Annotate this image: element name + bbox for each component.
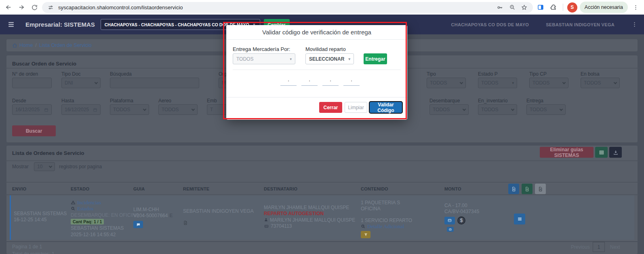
- filter-field-n-de-orden: N° de orden: [12, 71, 52, 88]
- n-de-orden-input[interactable]: [12, 78, 52, 88]
- action-needed-button[interactable]: Acción necesaria: [580, 2, 628, 13]
- incidencias-link[interactable]: Incidencias: [71, 199, 139, 206]
- monto-amount: CA - 17.00: [444, 202, 479, 209]
- entrega-select[interactable]: TODOS: [526, 104, 566, 115]
- monto-cell: CA - 17.00 CA/BV-0437345 $: [444, 202, 479, 232]
- modal-body-divider: [233, 70, 401, 70]
- code-input-1[interactable]: [280, 75, 297, 86]
- filter-field-desembarque: Desembarque TODOS: [429, 98, 469, 115]
- tipo-select[interactable]: TODOS: [427, 78, 466, 88]
- chevron-down-icon: [614, 80, 617, 84]
- plataforma-select[interactable]: TODOS: [110, 104, 149, 115]
- estado-p-select[interactable]: TODOS▾: [478, 78, 517, 88]
- desembarque-select[interactable]: TODOS: [429, 104, 469, 115]
- browser-menu-icon[interactable]: [630, 2, 641, 13]
- pagination-next[interactable]: Next: [610, 244, 620, 250]
- aereo-select[interactable]: TODOS: [158, 104, 198, 115]
- export-excel-plain-button[interactable]: X: [535, 184, 546, 194]
- toolbar-divider: [563, 4, 563, 11]
- side-panel-icon[interactable]: [535, 2, 546, 13]
- row-actions-button[interactable]: [514, 214, 525, 224]
- back-button[interactable]: [3, 2, 14, 13]
- id-card-icon: [264, 224, 269, 229]
- en-bolsa-select[interactable]: TODOS: [581, 78, 620, 88]
- forward-button[interactable]: [16, 2, 27, 13]
- remitente-cell: SEBASTIAN INDIGOYEN VEGA: [183, 208, 254, 226]
- breadcrumb-current[interactable]: Lista Orden de Servicio: [39, 42, 92, 48]
- payment-card-button[interactable]: [444, 217, 455, 224]
- entregar-button[interactable]: Entregar: [364, 53, 387, 64]
- guia-number: V204-50007664: [133, 213, 168, 218]
- cant-paq-badge: Cant Paq: 1 / 1: [71, 219, 104, 224]
- tipo-doc-select[interactable]: DNI: [61, 78, 101, 88]
- table-header-border: [6, 195, 638, 195]
- url-bar[interactable]: syscapacitacion.shalomcontrol.com/listao…: [42, 2, 533, 13]
- profile-avatar[interactable]: S: [567, 2, 577, 13]
- col-destinatario: DESTINATARIO: [264, 186, 297, 191]
- busqueda-input[interactable]: [110, 78, 199, 88]
- buscar-button[interactable]: Buscar: [12, 125, 56, 136]
- filter-field-entrega: Entrega TODOS: [526, 98, 566, 115]
- calendar-icon: [44, 108, 48, 112]
- filter-field-desde: Desde 16/12/2025: [12, 98, 52, 115]
- col-contenido: CONTENIDO: [361, 186, 388, 191]
- export-excel-green-button[interactable]: X: [522, 184, 532, 194]
- filter-field-tipo-doc: Tipo Doc DNI: [61, 71, 101, 88]
- search-icon: [361, 224, 366, 229]
- validation-modal: Validar código de verificación de entreg…: [226, 25, 407, 120]
- page-info: Pagina 1 de 1: [12, 244, 42, 250]
- cerrar-button[interactable]: Cerrar: [319, 102, 342, 113]
- col-guia: GUIA: [133, 186, 145, 191]
- code-input-2[interactable]: [301, 75, 318, 86]
- browser-toolbar: syscapacitacion.shalomcontrol.com/listao…: [0, 0, 644, 15]
- document-icon[interactable]: [183, 220, 254, 226]
- chevron-down-icon: [460, 80, 463, 84]
- tipo-cp-select[interactable]: TODOS: [529, 78, 568, 88]
- limpiar-button[interactable]: Limpiar: [345, 102, 367, 113]
- dropdown-arrow-icon: ▾: [290, 57, 292, 61]
- zoom-icon[interactable]: [508, 3, 517, 12]
- dropdown-arrow-icon: ▾: [348, 57, 350, 61]
- navbar-menu-icon[interactable]: [631, 21, 638, 28]
- envio-name: SEBASTIAN SISTEMAS: [14, 210, 67, 217]
- excel-file-icon: X: [511, 186, 516, 192]
- breadcrumb-home-link[interactable]: Home: [19, 42, 33, 48]
- entrega-por-label: Entrega Mercadería Por:: [233, 46, 290, 52]
- desde-date-input[interactable]: 16/12/2025: [12, 104, 52, 115]
- bookmark-star-icon[interactable]: [520, 3, 529, 12]
- destinatario-cell: MARILYN JHAMILE MALLQUI QUISPE REPARTO A…: [264, 204, 355, 229]
- code-input-3[interactable]: [322, 75, 339, 86]
- col-estado: ESTADO: [71, 186, 89, 191]
- export-excel-blue-button[interactable]: X: [508, 184, 519, 194]
- entrega-por-select[interactable]: TODOS▾: [233, 53, 295, 64]
- user-label[interactable]: SEBASTIAN INDIGOYEN VEGA: [546, 22, 615, 27]
- validar-codigo-button[interactable]: Validar Código: [370, 102, 402, 113]
- estados-link[interactable]: Estados: [71, 206, 139, 212]
- pagination-previous[interactable]: Previous: [571, 244, 590, 250]
- url-text: syscapacitacion.shalomcontrol.com/listao…: [58, 4, 492, 11]
- delete-guides-button[interactable]: Eliminar guias SISTEMAS: [540, 147, 593, 158]
- site-info-icon[interactable]: [46, 3, 55, 12]
- code-input-4[interactable]: [343, 75, 360, 86]
- pagination-page-1[interactable]: 1: [593, 242, 605, 252]
- menu-toggle[interactable]: [7, 21, 15, 28]
- password-key-icon[interactable]: [496, 3, 505, 12]
- small-card-icon[interactable]: [447, 227, 454, 232]
- hasta-date-input[interactable]: 16/12/2025: [61, 104, 101, 115]
- reload-button[interactable]: [29, 2, 40, 13]
- guia-message-button[interactable]: [133, 221, 143, 228]
- filter-funnel-button[interactable]: [361, 231, 370, 238]
- dollar-circle-icon[interactable]: $: [457, 216, 465, 224]
- grid-view-button[interactable]: [595, 147, 608, 158]
- col-monto: MONTO: [444, 186, 461, 191]
- en-inventario-select[interactable]: TODOS: [478, 104, 517, 115]
- screen: syscapacitacion.shalomcontrol.com/listao…: [0, 0, 644, 254]
- movilidad-select[interactable]: SELECCIONAR▾: [305, 53, 354, 64]
- extensions-icon[interactable]: [548, 2, 559, 13]
- page-size-select[interactable]: 10: [34, 162, 55, 171]
- brand-title: Empresarial: SISTEMAS: [25, 21, 95, 28]
- estado-stage: DESEMBARQUE: EN OFICINA: [71, 212, 139, 218]
- download-button[interactable]: [609, 147, 622, 158]
- filter-field-busqueda: Búsqueda: [110, 71, 199, 88]
- detalle-adicional-link[interactable]: Detalle Adicional: [361, 224, 412, 230]
